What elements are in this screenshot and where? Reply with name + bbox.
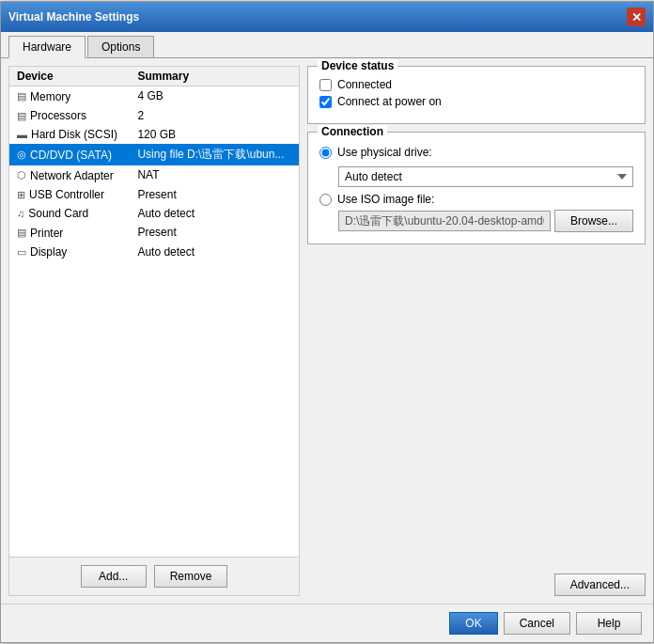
window-title: Virtual Machine Settings [8, 10, 139, 24]
table-row[interactable]: ▭ Display Auto detect [9, 243, 299, 262]
device-cell: ⊞ USB Controller [9, 185, 130, 205]
add-button[interactable]: Add... [81, 565, 147, 588]
network-icon: ⬡ [17, 169, 26, 181]
table-row[interactable]: ▬ Hard Disk (SCSI) 120 GB [9, 125, 299, 144]
use-physical-radio[interactable] [319, 147, 332, 159]
remove-button[interactable]: Remove [154, 565, 228, 588]
tab-bar: Hardware Options [1, 32, 653, 58]
advanced-row: Advanced... [307, 573, 646, 596]
virtual-machine-settings-window: Virtual Machine Settings ✕ Hardware Opti… [0, 1, 654, 643]
advanced-button[interactable]: Advanced... [554, 573, 646, 596]
browse-button[interactable]: Browse... [554, 210, 633, 232]
device-cell: ▤ Printer [9, 223, 130, 243]
summary-cell: Using file D:\迅雷下载\ubun... [130, 144, 299, 165]
table-row[interactable]: ▤ Printer Present [9, 223, 299, 243]
device-cell: ♫ Sound Card [9, 204, 130, 223]
connected-checkbox[interactable] [319, 79, 332, 91]
device-table: Device Summary ▤ Memory 4 GB ▤ Processor… [9, 67, 299, 557]
device-cell: ▤ Processors [9, 106, 130, 126]
connect-power-label: Connect at power on [337, 95, 442, 108]
left-panel: Device Summary ▤ Memory 4 GB ▤ Processor… [8, 66, 300, 596]
title-bar: Virtual Machine Settings ✕ [1, 2, 653, 32]
memory-icon: ▤ [17, 90, 26, 102]
summary-cell: 4 GB [130, 86, 299, 106]
physical-drive-select[interactable]: Auto detect [338, 166, 633, 187]
iso-path-input[interactable] [338, 211, 551, 231]
iso-path-row: Browse... [338, 210, 633, 232]
close-button[interactable]: ✕ [627, 8, 646, 26]
table-row[interactable]: ▤ Processors 2 [9, 106, 299, 126]
connection-label: Connection [318, 125, 387, 138]
usb-icon: ⊞ [17, 189, 25, 201]
summary-cell: 2 [130, 106, 299, 126]
summary-cell: 120 GB [130, 125, 299, 144]
connected-label: Connected [337, 78, 392, 91]
use-physical-row: Use physical drive: [319, 146, 633, 159]
main-content: Device Summary ▤ Memory 4 GB ▤ Processor… [1, 58, 653, 604]
summary-cell: Present [130, 185, 299, 205]
connection-group: Connection Use physical drive: Auto dete… [307, 132, 646, 244]
ok-button[interactable]: OK [449, 612, 497, 635]
connected-row: Connected [319, 78, 633, 91]
summary-cell: Auto detect [130, 204, 299, 223]
summary-cell: Auto detect [130, 243, 299, 262]
device-cell: ▭ Display [9, 243, 130, 262]
left-buttons: Add... Remove [9, 557, 299, 595]
display-icon: ▭ [17, 246, 26, 259]
table-row[interactable]: ◎ CD/DVD (SATA) Using file D:\迅雷下载\ubun.… [9, 144, 299, 165]
use-iso-label: Use ISO image file: [337, 193, 434, 206]
col-summary: Summary [130, 67, 299, 86]
device-cell: ◎ CD/DVD (SATA) [9, 144, 130, 165]
use-physical-label: Use physical drive: [337, 146, 432, 159]
table-row[interactable]: ▤ Memory 4 GB [9, 86, 299, 106]
connect-power-row: Connect at power on [319, 95, 633, 108]
tab-hardware[interactable]: Hardware [8, 36, 86, 58]
device-cell: ⬡ Network Adapter [9, 165, 130, 185]
printer-icon: ▤ [17, 227, 26, 239]
summary-cell: NAT [130, 165, 299, 185]
cancel-button[interactable]: Cancel [504, 612, 570, 635]
device-cell: ▬ Hard Disk (SCSI) [9, 125, 130, 144]
use-iso-row: Use ISO image file: [319, 193, 633, 206]
summary-cell: Present [130, 223, 299, 243]
cdrom-icon: ◎ [17, 149, 26, 161]
table-row[interactable]: ⬡ Network Adapter NAT [9, 165, 299, 185]
connect-power-checkbox[interactable] [319, 96, 332, 108]
bottom-bar: OK Cancel Help [1, 604, 653, 642]
help-button[interactable]: Help [576, 612, 642, 635]
tab-options[interactable]: Options [87, 36, 154, 57]
use-iso-radio[interactable] [319, 194, 332, 206]
disk-icon: ▬ [17, 129, 27, 140]
sound-icon: ♫ [17, 208, 24, 219]
device-status-group: Device status Connected Connect at power… [307, 66, 646, 124]
device-status-label: Device status [318, 59, 397, 72]
cpu-icon: ▤ [17, 110, 26, 122]
device-cell: ▤ Memory [9, 86, 130, 106]
col-device: Device [9, 67, 130, 86]
right-panel: Device status Connected Connect at power… [307, 66, 646, 596]
table-row[interactable]: ⊞ USB Controller Present [9, 185, 299, 205]
table-row[interactable]: ♫ Sound Card Auto detect [9, 204, 299, 223]
